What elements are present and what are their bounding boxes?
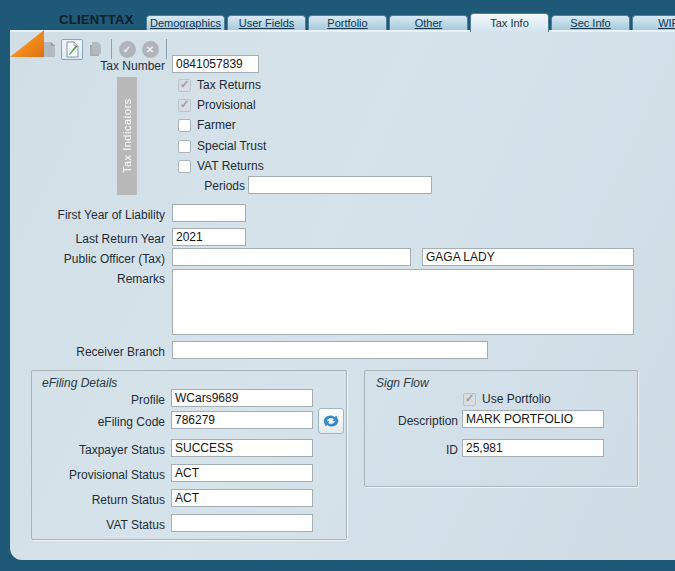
description-input[interactable] (462, 410, 604, 428)
provisional-status-input[interactable] (171, 464, 313, 482)
provisional-checkbox[interactable] (178, 99, 191, 112)
tax-number-input[interactable] (172, 55, 259, 73)
refresh-efiling-button[interactable] (318, 408, 344, 434)
vat-returns-checkbox[interactable] (178, 160, 191, 173)
last-return-year-input[interactable] (172, 228, 246, 246)
receiver-branch-label: Receiver Branch (15, 345, 165, 359)
toolbar-separator (111, 39, 112, 59)
use-portfolio-checkbox[interactable] (463, 393, 476, 406)
toolbar: ✓ ✕ (38, 37, 171, 61)
public-officer-code-input[interactable] (172, 248, 411, 266)
new-document-icon (42, 41, 57, 58)
accept-icon: ✓ (119, 41, 136, 58)
tax-number-label: Tax Number (15, 59, 165, 73)
first-year-liability-input[interactable] (172, 204, 246, 222)
efiling-details-title: eFiling Details (42, 376, 117, 390)
checkbox-provisional[interactable]: Provisional (178, 98, 256, 112)
tax-indicators-label: Tax Indicators (117, 77, 137, 195)
sign-flow-title: Sign Flow (376, 376, 429, 390)
first-year-liability-label: First Year of Liability (15, 208, 165, 222)
accept-button[interactable]: ✓ (116, 39, 138, 60)
tab-portfolio[interactable]: Portfolio (308, 15, 387, 31)
farmer-checkbox[interactable] (178, 119, 191, 132)
copy-document-button[interactable] (84, 39, 106, 60)
id-input[interactable] (462, 439, 604, 457)
return-status-input[interactable] (171, 489, 313, 507)
periods-input[interactable] (248, 176, 432, 194)
tab-other[interactable]: Other (389, 15, 468, 31)
checkbox-tax-returns[interactable]: Tax Returns (178, 78, 261, 92)
copy-document-icon (87, 41, 104, 58)
refresh-icon (321, 413, 341, 429)
toolbar-separator (166, 39, 167, 59)
vat-status-input[interactable] (171, 514, 313, 532)
id-label: ID (378, 443, 458, 457)
checkbox-vat-returns[interactable]: VAT Returns (178, 159, 264, 173)
remarks-label: Remarks (15, 272, 165, 286)
taxpayer-status-input[interactable] (171, 439, 313, 457)
cancel-icon: ✕ (142, 41, 159, 58)
efiling-code-input[interactable] (171, 411, 313, 429)
return-status-label: Return Status (40, 493, 165, 507)
checkbox-special-trust[interactable]: Special Trust (178, 139, 266, 153)
public-officer-name-input[interactable] (422, 248, 634, 266)
last-return-year-label: Last Return Year (15, 232, 165, 246)
description-label: Description (378, 414, 458, 428)
tab-tax-info[interactable]: Tax Info (470, 13, 549, 32)
edit-document-button[interactable] (61, 39, 83, 60)
cancel-button[interactable]: ✕ (139, 39, 161, 60)
tab-bar: Demographics User Fields Portfolio Other… (0, 0, 675, 31)
clienttax-window: { "window": { "title": "CLIENTTAX" }, "c… (0, 0, 675, 571)
checkbox-farmer[interactable]: Farmer (178, 118, 236, 132)
vat-status-label: VAT Status (40, 518, 165, 532)
public-officer-label: Public Officer (Tax) (15, 252, 165, 266)
special-trust-checkbox[interactable] (178, 140, 191, 153)
tab-sec-info[interactable]: Sec Info (551, 15, 630, 31)
periods-label: Periods (145, 179, 245, 193)
edit-document-icon (65, 41, 80, 58)
receiver-branch-input[interactable] (172, 341, 488, 359)
tab-user-fields[interactable]: User Fields (227, 15, 306, 31)
tax-info-panel: ✓ ✕ Tax Number Tax Indicators Tax Return… (10, 30, 675, 560)
tab-demographics[interactable]: Demographics (146, 15, 225, 31)
taxpayer-status-label: Taxpayer Status (40, 443, 165, 457)
efiling-code-label: eFiling Code (40, 415, 165, 429)
tab-wip[interactable]: WIP I (632, 15, 675, 31)
profile-label: Profile (40, 393, 165, 407)
checkbox-use-portfolio[interactable]: Use Portfolio (463, 392, 551, 406)
remarks-textarea[interactable] (172, 269, 634, 335)
provisional-status-label: Provisional Status (40, 468, 165, 482)
tax-returns-checkbox[interactable] (178, 79, 191, 92)
profile-input[interactable] (171, 389, 313, 407)
new-document-button[interactable] (38, 39, 60, 60)
